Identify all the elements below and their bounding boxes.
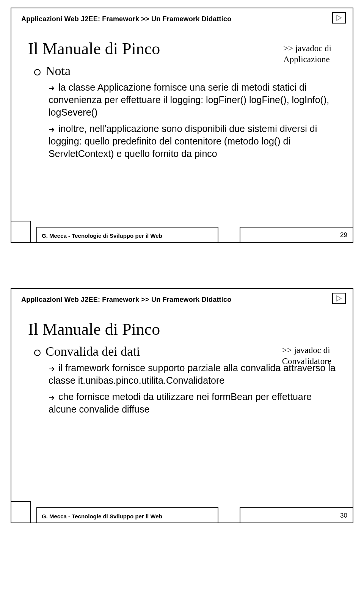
tab-right-decor (240, 227, 353, 243)
slide-footer: G. Mecca - Tecnologie di Sviluppo per il… (42, 232, 162, 239)
bullet-l2-a-text: la classe Applicazione fornisce una seri… (49, 82, 329, 118)
bullet-l2-b-text: che fornisce metodi da utilizzare nei fo… (49, 391, 312, 414)
bullet-nota: Nota (34, 64, 341, 78)
slide-29: Applicazioni Web J2EE: Framework >> Un F… (11, 8, 353, 243)
tab-left-decor (11, 501, 31, 523)
bullet-l2-b-text: inoltre, nell’applicazione sono disponib… (49, 123, 317, 159)
javadoc-note-line2: Applicazione (283, 55, 330, 64)
tab-right-decor (240, 507, 353, 523)
bullet-l1-label: Convalida dei dati (46, 344, 140, 359)
javadoc-note-line2: Convalidatore (282, 356, 331, 366)
tab-left-decor (11, 221, 31, 243)
page-number: 29 (340, 231, 347, 239)
breadcrumb: Applicazioni Web J2EE: Framework >> Un F… (21, 296, 345, 304)
javadoc-note-line1: >> javadoc di (282, 345, 330, 355)
svg-marker-1 (337, 296, 341, 301)
bullet-l2-b: che fornisce metodi da utilizzare nei fo… (49, 391, 341, 416)
page-number: 30 (340, 512, 347, 519)
circle-bullet-icon (34, 344, 46, 359)
nav-play-icon[interactable] (332, 293, 346, 304)
breadcrumb: Applicazioni Web J2EE: Framework >> Un F… (21, 15, 345, 23)
arrow-right-icon (49, 122, 55, 135)
slide-footer: G. Mecca - Tecnologie di Sviluppo per il… (42, 513, 162, 519)
arrow-right-icon (49, 391, 55, 403)
bullet-l2-b: inoltre, nell’applicazione sono disponib… (49, 122, 341, 160)
arrow-right-icon (49, 81, 55, 94)
javadoc-note: >> javadoc di Applicazione (283, 43, 331, 65)
javadoc-note: >> javadoc di Convalidatore (282, 345, 331, 367)
slide-30: Applicazioni Web J2EE: Framework >> Un F… (11, 288, 353, 523)
nav-play-icon[interactable] (332, 12, 346, 24)
javadoc-note-line1: >> javadoc di (283, 44, 331, 53)
svg-marker-0 (337, 15, 341, 20)
page-title: Il Manuale di Pinco (28, 320, 341, 339)
bullet-l2-a: la classe Applicazione fornisce una seri… (49, 81, 341, 119)
bullet-l1-label: Nota (46, 64, 71, 78)
arrow-right-icon (49, 362, 55, 374)
circle-bullet-icon (34, 64, 46, 78)
